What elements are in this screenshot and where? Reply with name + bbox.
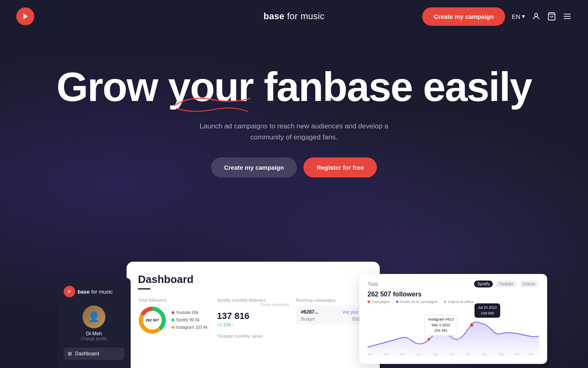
lang-label: EN xyxy=(512,13,520,20)
tooltip-value-1: 239 089 xyxy=(478,311,497,316)
svg-marker-0 xyxy=(24,13,28,19)
spotify-change: +1 234 ↑ xyxy=(217,322,289,327)
nav-brand: base for music xyxy=(263,11,325,22)
chart-tooltip-peak: Jul 15 2022 239 089 xyxy=(474,303,500,318)
svg-point-1 xyxy=(535,13,537,16)
tooltip-value-2: 154 461 xyxy=(428,328,454,334)
chart-legend-duree-label: Durée de la campagne xyxy=(400,300,437,304)
lang-chevron-icon: ▾ xyxy=(522,13,525,20)
sidebar-brand: base for music xyxy=(78,289,113,295)
sidebar-item-dashboard[interactable]: ⊞ Dashboard xyxy=(64,348,124,360)
svg-text:Mar: Mar xyxy=(400,352,405,356)
chart-legend-debut-label: Depuis le début xyxy=(448,300,474,304)
artist-name: Di-Meh xyxy=(86,331,102,337)
campaign-item: #6287... Voir plus → Budget 850 € xyxy=(296,306,368,325)
nav-right: Create my campaign EN ▾ xyxy=(422,7,572,26)
hero-title: Grow your fanbase easily xyxy=(56,65,532,108)
chart-header: Total Spotify Youtube Deezer xyxy=(368,280,539,287)
running-label: Running campaigns xyxy=(296,298,368,303)
artist-profile: 👤 Di-Meh Change profile xyxy=(64,305,124,341)
hero-create-campaign-button[interactable]: Create my campaign xyxy=(211,157,297,177)
chart-legend: Campagne Durée de la campagne Depuis le … xyxy=(368,300,539,304)
campaign-name: #6287... xyxy=(301,309,318,315)
chart-tabs: Spotify Youtube Deezer xyxy=(474,280,539,287)
tooltip-date-2: Mar 3 2022 xyxy=(428,323,454,328)
svg-text:Jun: Jun xyxy=(449,352,454,356)
total-followers-card: Total followers 262 507 Youtube 69k xyxy=(138,298,210,340)
sidebar-logo-icon xyxy=(64,286,75,297)
brand-regular: for music xyxy=(285,11,325,21)
svg-marker-5 xyxy=(69,290,71,293)
chart-tooltip-mar: Instagram #913 Mar 3 2022 154 461 xyxy=(424,315,457,336)
total-followers-label: Total followers xyxy=(138,298,210,303)
svg-point-11 xyxy=(470,323,473,327)
dashboard-icon: ⊞ xyxy=(68,351,72,357)
hero-buttons: Create my campaign Register for free xyxy=(0,157,588,177)
spotify-listeners-label: Spotify monthly listeners Since yesterda… xyxy=(217,298,289,303)
campaign-budget: Budget 850 € xyxy=(301,316,363,321)
tooltip-date-1: Jul 15 2022 xyxy=(478,305,497,311)
dashboard-preview: Dashboard Total followers 262 507 xyxy=(127,262,380,368)
nav-logo xyxy=(16,7,34,25)
tooltip-platform: Instagram #913 xyxy=(428,317,454,323)
play-icon xyxy=(22,13,29,20)
budget-label: Budget xyxy=(301,316,315,321)
sidebar-brand-regular: for music xyxy=(90,289,113,295)
hero-subtitle: Launch ad campaigns to reach new audienc… xyxy=(0,121,588,143)
hero-register-button[interactable]: Register for free xyxy=(303,157,377,177)
svg-text:Nov: Nov xyxy=(529,352,534,356)
svg-text:Apr: Apr xyxy=(416,352,421,356)
svg-text:Jan: Jan xyxy=(368,352,372,356)
svg-text:262 507: 262 507 xyxy=(146,318,159,322)
hero-section: Grow your fanbase easily Launch ad campa… xyxy=(0,33,588,177)
chart-tab-deezer[interactable]: Deezer xyxy=(519,280,539,287)
hero-title-grow: Grow xyxy=(56,64,168,110)
chart-tab-youtube[interactable]: Youtube xyxy=(495,280,517,287)
sidebar-brand-bold: base xyxy=(78,289,90,295)
artist-change-profile: Change profile xyxy=(80,337,107,341)
donut-chart-container: 262 507 Youtube 69k Spotify 90.5k Instag… xyxy=(138,306,210,334)
youtube-views-label: Youtube monthly views xyxy=(217,334,289,339)
spotify-listeners-card: Spotify monthly listeners Since yesterda… xyxy=(217,298,289,340)
spotify-value: 137 816 xyxy=(217,311,289,321)
svg-text:Aug: Aug xyxy=(482,352,487,356)
legend-spotify: Spotify 90.5k xyxy=(172,316,207,324)
logo-icon xyxy=(16,7,34,25)
chart-total-label: Total xyxy=(368,281,378,287)
donut-legend: Youtube 69k Spotify 90.5k Instagram 103.… xyxy=(172,309,207,331)
dashboard-stats: Total followers 262 507 Youtube 69k xyxy=(138,298,368,340)
language-selector[interactable]: EN ▾ xyxy=(512,13,525,20)
donut-chart: 262 507 xyxy=(138,306,167,334)
svg-text:Sept: Sept xyxy=(498,352,504,356)
svg-text:Feb: Feb xyxy=(384,352,389,356)
brand-bold: base xyxy=(263,11,284,21)
sidebar-dashboard-label: Dashboard xyxy=(75,351,99,357)
legend-instagram: Instagram 103.4k xyxy=(172,324,207,331)
running-campaigns-card: Running campaigns #6287... Voir plus → B… xyxy=(296,298,368,340)
chart-legend-duree: Durée de la campagne xyxy=(396,300,437,304)
sidebar-play-icon xyxy=(67,289,71,294)
dashboard-title: Dashboard xyxy=(138,273,368,289)
hero-title-fanbase: fanbase easily xyxy=(253,64,532,110)
sidebar-logo: base for music xyxy=(64,286,124,297)
user-icon[interactable] xyxy=(532,12,541,21)
chart-tab-spotify[interactable]: Spotify xyxy=(474,280,493,287)
menu-icon[interactable] xyxy=(563,12,572,21)
avatar: 👤 xyxy=(82,305,105,328)
hero-title-your: your xyxy=(168,64,254,110)
sidebar-preview: base for music 👤 Di-Meh Change profile ⊞… xyxy=(57,278,131,368)
cart-icon[interactable] xyxy=(547,12,556,21)
chart-preview: Total Spotify Youtube Deezer 262 507 fol… xyxy=(359,274,547,364)
chart-followers-value: 262 507 followers xyxy=(368,291,539,298)
svg-text:May: May xyxy=(433,352,439,356)
chart-legend-campagne: Campagne xyxy=(368,300,390,304)
navbar: base for music Create my campaign EN ▾ xyxy=(0,0,588,33)
hero-title-your-wrapper: your xyxy=(168,65,254,108)
svg-point-12 xyxy=(428,338,430,341)
create-campaign-button[interactable]: Create my campaign xyxy=(422,7,505,26)
chart-legend-campagne-label: Campagne xyxy=(372,300,390,304)
svg-text:Oct: Oct xyxy=(514,352,519,356)
svg-text:Jul: Jul xyxy=(466,352,469,356)
chart-legend-debut: Depuis le début xyxy=(444,300,474,304)
legend-youtube: Youtube 69k xyxy=(172,309,207,316)
